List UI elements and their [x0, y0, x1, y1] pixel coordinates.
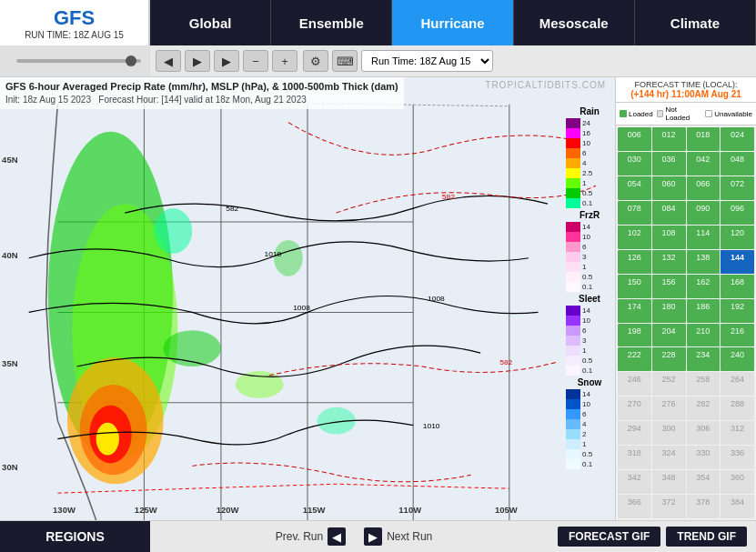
legend-value: 10	[582, 400, 590, 408]
hour-cell-192[interactable]: 192	[721, 299, 754, 323]
hour-cell-234[interactable]: 234	[687, 347, 721, 371]
hour-cell-324[interactable]: 324	[652, 446, 686, 469]
legend-row: 0.1	[566, 198, 613, 208]
forecast-slider[interactable]	[16, 59, 141, 63]
hour-cell-108[interactable]: 108	[652, 226, 686, 249]
hour-cell-210[interactable]: 210	[687, 324, 721, 347]
hour-cell-228[interactable]: 228	[652, 347, 686, 371]
hour-cell-114[interactable]: 114	[687, 226, 721, 249]
next-run-button[interactable]: ▶ Next Run	[364, 527, 432, 546]
hour-cell-204[interactable]: 204	[652, 324, 686, 347]
hour-cell-090[interactable]: 090	[687, 201, 721, 225]
run-time-dropdown[interactable]: Run Time: 18Z Aug 15	[361, 50, 493, 72]
hour-cell-372[interactable]: 372	[652, 495, 686, 518]
next-button[interactable]: ▶	[214, 50, 239, 72]
legend-value: 0.1	[582, 283, 592, 291]
legend-color-swatch	[566, 178, 580, 188]
hour-cell-294[interactable]: 294	[618, 421, 651, 445]
minus-button[interactable]: −	[243, 50, 268, 72]
hour-cell-240[interactable]: 240	[721, 347, 754, 371]
svg-text:1010: 1010	[423, 422, 440, 430]
legend-row: 6	[566, 326, 613, 336]
hour-cell-180[interactable]: 180	[652, 299, 686, 323]
hour-cell-042[interactable]: 042	[687, 152, 721, 176]
hour-cell-072[interactable]: 072	[721, 176, 754, 200]
hour-cell-012[interactable]: 012	[652, 127, 686, 151]
hour-cell-078[interactable]: 078	[618, 201, 651, 225]
hour-cell-378[interactable]: 378	[687, 495, 721, 518]
hour-cell-048[interactable]: 048	[721, 152, 754, 176]
hour-cell-030[interactable]: 030	[618, 152, 651, 176]
hour-cell-330[interactable]: 330	[687, 446, 721, 469]
svg-text:1008: 1008	[293, 305, 310, 313]
hour-cell-318[interactable]: 318	[618, 446, 651, 469]
hour-cell-258[interactable]: 258	[687, 372, 721, 396]
hour-cell-336[interactable]: 336	[721, 446, 754, 469]
hour-cell-162[interactable]: 162	[687, 275, 721, 298]
hour-cell-306[interactable]: 306	[687, 421, 721, 445]
hour-cell-312[interactable]: 312	[721, 421, 754, 445]
settings-button[interactable]: ⚙	[303, 50, 328, 72]
hour-cell-174[interactable]: 174	[618, 299, 651, 323]
main-content: GFS 6-hour Averaged Precip Rate (mm/hr),…	[0, 77, 756, 520]
trend-gif-button[interactable]: TREND GIF	[666, 527, 747, 547]
hour-cell-288[interactable]: 288	[721, 396, 754, 420]
nav-tab-ensemble[interactable]: Ensemble	[271, 0, 392, 45]
hour-cell-264[interactable]: 264	[721, 372, 754, 396]
top-nav: GFS RUN TIME: 18Z AUG 15 GlobalEnsembleH…	[0, 0, 756, 45]
hour-cell-216[interactable]: 216	[721, 324, 754, 347]
legend-title-sleet: Sleet	[566, 292, 613, 306]
slider-area[interactable]	[7, 59, 150, 63]
map-init-label: Init: 18z Aug 15 2023	[5, 95, 91, 105]
prev-run-button[interactable]: Prev. Run ◀	[276, 527, 346, 546]
keyboard-button[interactable]: ⌨	[332, 50, 358, 72]
regions-button[interactable]: REGIONS	[0, 521, 150, 552]
hour-cell-168[interactable]: 168	[721, 275, 754, 298]
hour-cell-360[interactable]: 360	[721, 470, 754, 494]
hour-cell-342[interactable]: 342	[618, 470, 651, 494]
hour-cell-132[interactable]: 132	[652, 250, 686, 274]
hour-cell-138[interactable]: 138	[687, 250, 721, 274]
hour-cell-054[interactable]: 054	[618, 176, 651, 200]
hour-cell-060[interactable]: 060	[652, 176, 686, 200]
hour-cell-066[interactable]: 066	[687, 176, 721, 200]
hour-cell-144[interactable]: 144	[721, 250, 754, 274]
hour-cell-150[interactable]: 150	[618, 275, 651, 298]
hour-cell-006[interactable]: 006	[618, 127, 651, 151]
hour-cell-120[interactable]: 120	[721, 226, 754, 249]
nav-tab-hurricane[interactable]: Hurricane	[392, 0, 513, 45]
slider-thumb[interactable]	[126, 55, 136, 66]
hour-cell-222[interactable]: 222	[618, 347, 651, 371]
color-legend: Rain241610642.510.50.1FrzR14106310.50.1S…	[566, 105, 613, 520]
hour-cell-084[interactable]: 084	[652, 201, 686, 225]
hour-cell-300[interactable]: 300	[652, 421, 686, 445]
hour-cell-198[interactable]: 198	[618, 324, 651, 347]
nav-tab-mesoscale[interactable]: Mesoscale	[514, 0, 635, 45]
hour-cell-036[interactable]: 036	[652, 152, 686, 176]
hour-cell-252[interactable]: 252	[652, 372, 686, 396]
hour-cell-024[interactable]: 024	[721, 127, 754, 151]
hour-cell-282[interactable]: 282	[687, 396, 721, 420]
hour-cell-246[interactable]: 246	[618, 372, 651, 396]
nav-tab-global[interactable]: Global	[150, 0, 271, 45]
hour-cell-354[interactable]: 354	[687, 470, 721, 494]
hour-cell-270[interactable]: 270	[618, 396, 651, 420]
hour-cell-126[interactable]: 126	[618, 250, 651, 274]
legend-color-swatch	[566, 232, 580, 242]
hour-cell-156[interactable]: 156	[652, 275, 686, 298]
hour-cell-018[interactable]: 018	[687, 127, 721, 151]
legend-color-swatch	[566, 138, 580, 148]
hour-cell-348[interactable]: 348	[652, 470, 686, 494]
hour-cell-102[interactable]: 102	[618, 226, 651, 249]
plus-button[interactable]: +	[272, 50, 297, 72]
hour-cell-384[interactable]: 384	[721, 495, 754, 518]
hour-cell-366[interactable]: 366	[618, 495, 651, 518]
nav-tab-climate[interactable]: Climate	[635, 0, 756, 45]
prev-button[interactable]: ◀	[156, 50, 181, 72]
hour-cell-276[interactable]: 276	[652, 396, 686, 420]
hour-cell-096[interactable]: 096	[721, 201, 754, 225]
hour-cell-186[interactable]: 186	[687, 299, 721, 323]
play-button[interactable]: ▶	[185, 50, 210, 72]
legend-value: 3	[582, 336, 586, 345]
forecast-gif-button[interactable]: FORECAST GIF	[558, 527, 660, 547]
